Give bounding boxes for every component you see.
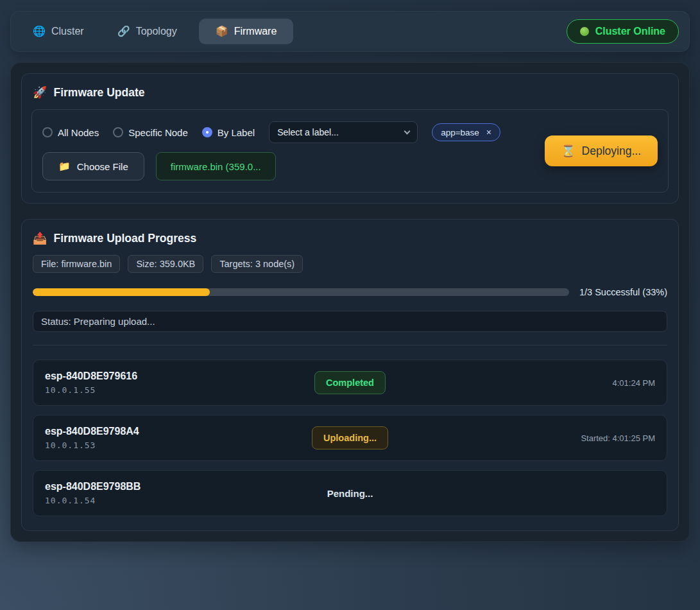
upload-status-box: Status: Preparing upload... xyxy=(33,311,667,332)
firmware-update-card: 🚀 Firmware Update All Nodes Specific Nod… xyxy=(21,73,679,204)
chevron-down-icon xyxy=(404,128,411,134)
cluster-online-badge: Cluster Online xyxy=(567,19,679,44)
upload-progress-title-text: Firmware Upload Progress xyxy=(53,232,196,245)
meta-targets-badge: Targets: 3 node(s) xyxy=(211,255,303,273)
node-1-ip: 10.0.1.55 xyxy=(45,385,248,395)
node-1-time: 4:01:24 PM xyxy=(452,378,655,388)
nav-tab-firmware[interactable]: 📦 Firmware xyxy=(199,19,294,44)
deploy-button-label: Deploying... xyxy=(582,144,641,158)
node-1-name: esp-840D8E979616 xyxy=(45,370,248,382)
meta-size-badge: Size: 359.0KB xyxy=(128,255,203,273)
firmware-update-title: 🚀 Firmware Update xyxy=(33,85,669,100)
target-mode-row: All Nodes Specific Node By Label Select … xyxy=(42,121,529,143)
top-navbar: 🌐 Cluster 🔗 Topology 📦 Firmware Cluster … xyxy=(10,11,690,52)
hourglass-icon: ⌛ xyxy=(561,144,576,158)
upload-progress-title: 📤 Firmware Upload Progress xyxy=(33,231,669,245)
nav-tab-firmware-label: Firmware xyxy=(234,26,277,37)
node-2-status-badge: Uploading... xyxy=(312,426,388,449)
radio-by-label[interactable]: By Label xyxy=(202,127,255,138)
firmware-update-title-text: Firmware Update xyxy=(53,86,144,100)
nav-tab-cluster-label: Cluster xyxy=(51,26,84,37)
radio-by-label-label: By Label xyxy=(218,127,255,138)
main-container: 🚀 Firmware Update All Nodes Specific Nod… xyxy=(10,62,690,542)
selected-file-label: firmware.bin (359.0... xyxy=(171,161,261,172)
upload-status-text: Status: Preparing upload... xyxy=(41,316,155,327)
progress-bar-fill xyxy=(33,288,210,296)
node-row-2: esp-840D8E9798A4 10.0.1.53 Uploading... … xyxy=(33,415,667,461)
online-dot-icon xyxy=(580,27,589,36)
radio-all-nodes-circle[interactable] xyxy=(42,127,53,137)
radio-by-label-circle[interactable] xyxy=(202,127,212,137)
node-3-ip: 10.0.1.54 xyxy=(45,496,248,505)
nav-tab-cluster[interactable]: 🌐 Cluster xyxy=(21,19,96,44)
progress-row: 1/3 Successful (33%) xyxy=(33,287,667,297)
deploy-form-panel: All Nodes Specific Node By Label Select … xyxy=(31,109,669,193)
node-row-3: esp-840D8E9798BB 10.0.1.54 Pending... xyxy=(33,470,667,516)
label-chip-text: app=base xyxy=(441,128,479,137)
link-icon: 🔗 xyxy=(117,26,130,37)
meta-file-badge: File: firmware.bin xyxy=(33,255,120,273)
section-divider xyxy=(33,345,667,345)
globe-icon: 🌐 xyxy=(33,26,46,37)
node-2-name: esp-840D8E9798A4 xyxy=(45,426,248,437)
upload-meta-row: File: firmware.bin Size: 359.0KB Targets… xyxy=(33,255,667,273)
deploy-form-left: All Nodes Specific Node By Label Select … xyxy=(42,121,529,180)
cluster-online-label: Cluster Online xyxy=(595,26,665,37)
node-1-info: esp-840D8E979616 10.0.1.55 xyxy=(45,370,248,395)
nav-tab-topology-label: Topology xyxy=(136,26,177,37)
node-2-status-wrap: Uploading... xyxy=(248,426,452,449)
chip-close-icon[interactable]: × xyxy=(486,128,491,137)
node-1-status-badge: Completed xyxy=(314,371,386,394)
node-2-info: esp-840D8E9798A4 10.0.1.53 xyxy=(45,426,248,450)
choose-file-label: Choose File xyxy=(77,161,128,172)
folder-icon: 📁 xyxy=(58,161,71,172)
progress-label: 1/3 Successful (33%) xyxy=(579,287,667,297)
radio-all-nodes[interactable]: All Nodes xyxy=(42,127,99,138)
node-3-status-wrap: Pending... xyxy=(248,482,452,505)
file-row: 📁 Choose File firmware.bin (359.0... xyxy=(42,152,529,180)
radio-specific-node[interactable]: Specific Node xyxy=(113,127,188,138)
node-row-1: esp-840D8E979616 10.0.1.55 Completed 4:0… xyxy=(33,360,667,406)
node-3-name: esp-840D8E9798BB xyxy=(45,481,248,492)
nav-tab-topology[interactable]: 🔗 Topology xyxy=(106,19,189,44)
package-icon: 📦 xyxy=(216,26,228,37)
radio-specific-node-circle[interactable] xyxy=(113,127,123,137)
node-3-status-badge: Pending... xyxy=(327,482,373,505)
label-chip-app-base[interactable]: app=base × xyxy=(432,123,500,141)
node-1-status-wrap: Completed xyxy=(248,371,452,394)
node-3-info: esp-840D8E9798BB 10.0.1.54 xyxy=(45,481,248,505)
node-2-time: Started: 4:01:25 PM xyxy=(452,433,655,443)
radio-specific-node-label: Specific Node xyxy=(128,127,188,138)
selected-file-button[interactable]: firmware.bin (359.0... xyxy=(156,152,276,180)
outbox-tray-icon: 📤 xyxy=(33,231,47,245)
deploy-button[interactable]: ⌛ Deploying... xyxy=(545,135,658,166)
label-select-value: Select a label... xyxy=(277,127,339,137)
choose-file-button[interactable]: 📁 Choose File xyxy=(42,152,144,180)
upload-progress-card: 📤 Firmware Upload Progress File: firmwar… xyxy=(21,219,679,531)
label-select[interactable]: Select a label... xyxy=(269,121,418,143)
progress-bar-track xyxy=(33,288,569,296)
node-2-ip: 10.0.1.53 xyxy=(45,440,248,450)
radio-all-nodes-label: All Nodes xyxy=(58,127,99,138)
rocket-icon: 🚀 xyxy=(33,85,47,100)
